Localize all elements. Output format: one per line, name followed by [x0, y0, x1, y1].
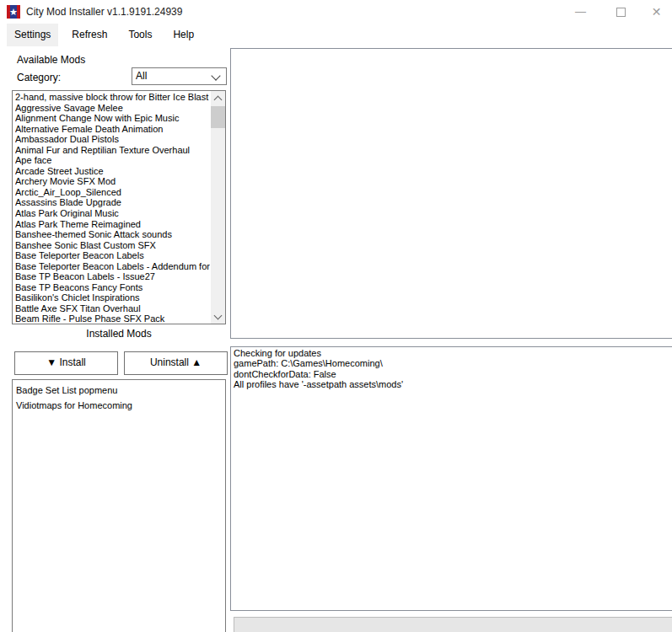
scrollbar-thumb[interactable]	[211, 106, 225, 128]
uninstall-button[interactable]: Uninstall ▲	[124, 351, 228, 375]
available-mod-item[interactable]: Banshee-themed Sonic Attack sounds	[15, 229, 210, 240]
available-mod-item[interactable]: Basilikon's Chiclet Inspirations	[15, 292, 210, 303]
scroll-down-button[interactable]	[211, 309, 225, 324]
category-dropdown[interactable]: All	[132, 67, 227, 85]
available-mods-items: 2-hand, massive block throw for Bitter I…	[15, 92, 210, 324]
menu-item[interactable]: Tools	[121, 24, 159, 46]
available-mod-item[interactable]: Aggressive Savage Melee	[15, 103, 210, 114]
scroll-up-button[interactable]	[211, 91, 225, 105]
minimize-icon: —	[575, 5, 586, 18]
available-mod-item[interactable]: Beam Rifle - Pulse Phase SFX Pack	[15, 313, 210, 324]
chevron-down-icon	[211, 71, 220, 80]
available-mod-item[interactable]: Arctic_Air_Loop_Silenced	[15, 187, 210, 198]
menu-item[interactable]: Help	[165, 24, 202, 46]
star-icon: ★	[7, 5, 20, 19]
installed-mods-label: Installed Mods	[12, 328, 226, 340]
category-label: Category:	[17, 72, 61, 83]
progress-bar	[234, 617, 672, 632]
installed-mod-item[interactable]: Vidiotmaps for Homecoming	[13, 398, 225, 413]
maximize-icon	[616, 8, 626, 17]
available-mod-item[interactable]: Battle Axe SFX Titan Overhaul	[15, 303, 210, 314]
available-mod-item[interactable]: Base TP Beacons Fancy Fonts	[15, 282, 210, 293]
installed-mod-item[interactable]: Badge Set List popmenu	[13, 383, 225, 398]
log-line: All profiles have '-assetpath assets\mod…	[231, 379, 672, 389]
log-line: dontCheckforData: False	[231, 369, 672, 379]
available-mod-item[interactable]: Base Teleporter Beacon Labels - Addendum…	[15, 261, 210, 272]
log-output-textbox[interactable]: Checking for updatesgamePath: C:\Games\H…	[230, 346, 672, 611]
chevron-up-icon	[214, 96, 223, 104]
available-list-scrollbar[interactable]	[211, 91, 225, 324]
minimize-button[interactable]: —	[562, 0, 599, 24]
window-title: City Mod Installer v1.1.9191.24939	[26, 6, 182, 18]
installed-mods-listbox[interactable]: Badge Set List popmenuVidiotmaps for Hom…	[12, 379, 226, 632]
chevron-down-icon	[214, 312, 223, 320]
menu-item[interactable]: Refresh	[64, 24, 115, 46]
mod-description-panel	[230, 48, 672, 339]
available-mod-item[interactable]: Base TP Beacon Labels - Issue27	[15, 271, 210, 282]
available-mod-item[interactable]: Banshee Sonic Blast Custom SFX	[15, 240, 210, 251]
install-button[interactable]: ▼ Install	[14, 351, 118, 375]
log-line: Checking for updates	[231, 348, 672, 358]
category-selected-value: All	[136, 70, 147, 82]
app-flag-star-icon: ★	[7, 5, 20, 19]
close-icon: ✕	[652, 5, 662, 19]
available-mods-label: Available Mods	[17, 54, 85, 66]
title-bar: ★ City Mod Installer v1.1.9191.24939 — ✕	[0, 0, 672, 24]
available-mod-item[interactable]: Base Teleporter Beacon Labels	[15, 250, 210, 261]
available-mods-listbox[interactable]: 2-hand, massive block throw for Bitter I…	[12, 90, 226, 324]
available-mod-item[interactable]: Alignment Change Now with Epic Music	[15, 113, 210, 124]
available-mod-item[interactable]: Ambassador Dual Pistols	[15, 134, 210, 145]
log-line: gamePath: C:\Games\Homecoming\	[231, 358, 672, 368]
available-mod-item[interactable]: Atlas Park Theme Reimagined	[15, 219, 210, 230]
menu-item[interactable]: Settings	[7, 24, 58, 46]
available-mod-item[interactable]: Ape face	[15, 155, 210, 166]
app-window: ★ City Mod Installer v1.1.9191.24939 — ✕…	[0, 0, 672, 632]
available-mod-item[interactable]: Animal Fur and Reptilian Texture Overhau…	[15, 145, 210, 156]
maximize-button[interactable]	[602, 0, 640, 24]
available-mod-item[interactable]: Assassins Blade Upgrade	[15, 197, 210, 208]
available-mod-item[interactable]: Archery Movie SFX Mod	[15, 176, 210, 187]
menu-bar: SettingsRefreshToolsHelp	[0, 24, 672, 46]
close-button[interactable]: ✕	[637, 0, 672, 24]
available-mod-item[interactable]: 2-hand, massive block throw for Bitter I…	[15, 92, 210, 103]
available-mod-item[interactable]: Alternative Female Death Animation	[15, 124, 210, 135]
available-mod-item[interactable]: Arcade Street Justice	[15, 166, 210, 177]
available-mod-item[interactable]: Atlas Park Original Music	[15, 208, 210, 219]
